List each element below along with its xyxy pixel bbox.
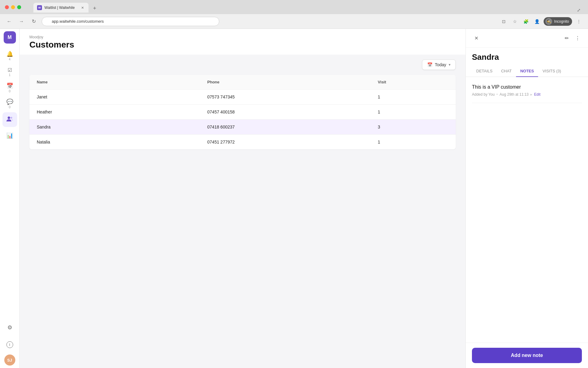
tab-notes[interactable]: NOTES [516, 66, 538, 77]
customer-visit-heather: 1 [371, 105, 456, 119]
tab-close-button[interactable]: ✕ [80, 5, 85, 10]
panel-close-button[interactable]: ✕ [472, 34, 481, 42]
browser-address-bar: ← → ↻ 🔒 app.waitwhile.com/customers ⊡ ☆ … [0, 14, 588, 29]
back-button[interactable]: ← [5, 17, 13, 26]
sidebar-logo[interactable]: M [4, 31, 16, 44]
traffic-lights [5, 5, 21, 9]
incognito-indicator[interactable]: 🕵 Incognito [544, 17, 572, 26]
meta-separator-2: ▸ [530, 92, 532, 97]
extension-puzzle-icon[interactable]: 🧩 [522, 17, 530, 26]
note-edit-button[interactable]: Edit [534, 92, 541, 97]
table-row[interactable]: Heather 07457 400158 1 [29, 105, 456, 120]
reload-button[interactable]: ↻ [29, 17, 38, 26]
sidebar-item-customers[interactable] [2, 112, 17, 127]
sidebar-item-settings[interactable]: ⚙ [2, 320, 17, 335]
table-toolbar: 📅 Today ▾ [29, 59, 456, 70]
table-row[interactable]: Natalia 07451 277972 1 [29, 135, 456, 149]
calendar-icon: 📅 [6, 82, 13, 89]
sidebar-item-notifications[interactable]: 🔔 4 [2, 48, 17, 63]
page-header: Moodjoy Customers [20, 29, 466, 55]
table-row-selected[interactable]: Sandra 07418 600237 3 [29, 120, 456, 135]
customer-phone-sandra: 07418 600237 [200, 120, 371, 134]
today-filter-label: Today [435, 62, 446, 67]
meta-separator: • [496, 92, 498, 97]
customer-phone-janet: 07573 747345 [200, 90, 371, 104]
table-row[interactable]: Janet 07573 747345 1 [29, 90, 456, 105]
add-new-note-button[interactable]: Add new note [472, 348, 582, 363]
customer-visit-janet: 1 [371, 90, 456, 104]
url-text: app.waitwhile.com/customers [52, 19, 104, 24]
browser-top-bar: W Waitlist | Waitwhile ✕ + ⤢ [0, 0, 588, 14]
more-options-icon[interactable]: ⋮ [575, 17, 583, 26]
customer-phone-natalia: 07451 277972 [200, 135, 371, 149]
address-bar-input[interactable]: app.waitwhile.com/customers [42, 17, 219, 26]
note-meta: Added by You • Aug 29th at 11:13 ▸ Edit [472, 92, 582, 97]
chevron-down-icon: ▾ [449, 63, 450, 67]
window-controls: ⤢ [577, 8, 583, 13]
column-header-visit: Visit [371, 75, 456, 89]
customer-name-natalia: Natalia [29, 135, 200, 149]
today-filter-button[interactable]: 📅 Today ▾ [422, 59, 456, 70]
panel-edit-button[interactable]: ✏ [562, 34, 571, 42]
customer-visit-sandra: 3 [371, 120, 456, 134]
customer-name-janet: Janet [29, 90, 200, 104]
note-text: This is a VIP customer [472, 84, 582, 90]
customers-table: Name Phone Visit Janet 07573 747345 1 He… [29, 75, 456, 149]
tasks-badge: 1 [9, 74, 11, 77]
cast-icon[interactable]: ⊡ [499, 17, 508, 26]
sidebar-item-tasks[interactable]: ☑ 1 [2, 64, 17, 79]
sidebar-item-chat[interactable]: 💬 0 [2, 96, 17, 111]
page-title: Customers [29, 40, 456, 50]
browser-chrome: W Waitlist | Waitwhile ✕ + ⤢ ← → ↻ 🔒 app… [0, 0, 588, 29]
panel-footer: Add new note [466, 343, 588, 368]
panel-tabs: DETAILS CHAT NOTES VISITS (3) [466, 66, 588, 77]
tab-details[interactable]: DETAILS [472, 66, 497, 77]
panel-header: ✕ ✏ ⋮ [466, 29, 588, 48]
sidebar-item-analytics[interactable]: 📊 [2, 128, 17, 143]
sidebar-bottom: ⚙ i SJ [2, 320, 17, 366]
sidebar: M 🔔 4 ☑ 1 📅 0 💬 0 [0, 29, 20, 368]
sidebar-item-help[interactable]: i [2, 337, 17, 352]
user-avatar[interactable]: SJ [4, 355, 15, 366]
chat-badge: 0 [9, 106, 11, 109]
panel-body: This is a VIP customer Added by You • Au… [466, 77, 588, 343]
incognito-avatar: 🕵 [545, 18, 552, 25]
profile-icon[interactable]: 👤 [533, 17, 541, 26]
forward-button[interactable]: → [17, 17, 26, 26]
customer-phone-heather: 07457 400158 [200, 105, 371, 119]
note-date: Aug 29th at 11:13 [499, 92, 529, 97]
settings-icon: ⚙ [7, 324, 12, 331]
main-content: Moodjoy Customers 📅 Today ▾ Name Phone V… [20, 29, 466, 368]
tab-chat[interactable]: CHAT [497, 66, 516, 77]
tasks-icon: ☑ [8, 67, 12, 73]
browser-tab[interactable]: W Waitlist | Waitwhile ✕ [33, 3, 89, 13]
maximize-traffic-light[interactable] [17, 5, 21, 9]
panel-customer-name: Sandra [466, 48, 588, 66]
tab-title: Waitlist | Waitwhile [44, 6, 75, 10]
help-icon: i [6, 341, 13, 348]
panel-more-button[interactable]: ⋮ [573, 34, 582, 42]
minimize-traffic-light[interactable] [11, 5, 15, 9]
chat-icon: 💬 [6, 98, 13, 105]
content-area: 📅 Today ▾ Name Phone Visit Janet 07573 7… [20, 55, 466, 368]
notifications-badge: 4 [9, 58, 11, 61]
calendar-filter-icon: 📅 [427, 62, 432, 67]
note-card: This is a VIP customer Added by You • Au… [472, 84, 582, 103]
panel-actions: ✏ ⋮ [562, 34, 582, 42]
notifications-icon: 🔔 [6, 51, 13, 57]
detail-panel: ✕ ✏ ⋮ Sandra DETAILS CHAT NOTES VISITS (… [466, 29, 588, 368]
svg-point-1 [10, 117, 12, 119]
customers-icon [6, 116, 13, 124]
app-container: M 🔔 4 ☑ 1 📅 0 💬 0 [0, 29, 588, 368]
new-tab-button[interactable]: + [90, 4, 99, 13]
table-header-row: Name Phone Visit [29, 75, 456, 90]
tab-favicon: W [37, 5, 42, 10]
bookmark-star-icon[interactable]: ☆ [511, 17, 519, 26]
customer-visit-natalia: 1 [371, 135, 456, 149]
note-added-by: Added by You [472, 92, 495, 97]
column-header-phone: Phone [200, 75, 371, 89]
tab-visits[interactable]: VISITS (3) [538, 66, 565, 77]
analytics-icon: 📊 [6, 132, 13, 139]
close-traffic-light[interactable] [5, 5, 9, 9]
sidebar-item-calendar[interactable]: 📅 0 [2, 80, 17, 95]
